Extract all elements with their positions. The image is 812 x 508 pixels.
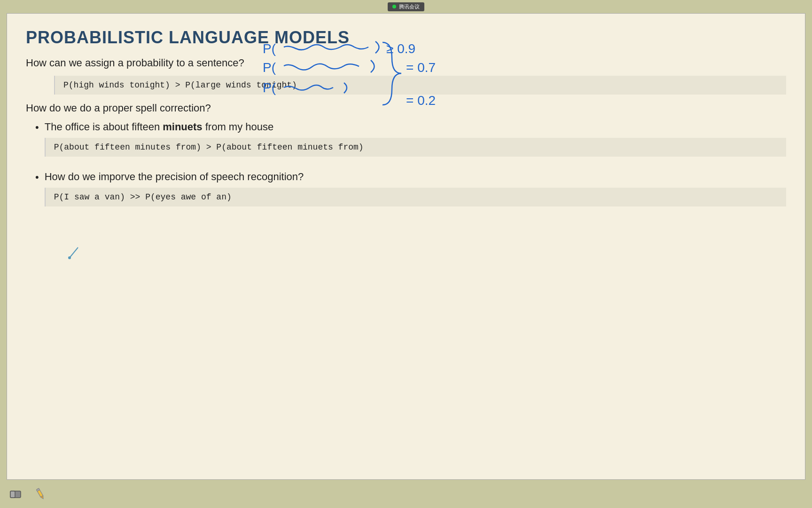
pen-icon [33,486,48,501]
bullet-text-2: How do we imporve the precision of speec… [45,171,786,214]
code-block-1: P(high winds tonight) > P(large winds to… [54,76,786,95]
slide-title: PROBABILISTIC LANGUAGE MODELS [26,28,786,48]
bullet1-before-bold: The office is about fifteen [45,121,163,133]
bullet-text-1: The office is about fifteen minuets from… [45,121,786,164]
eraser-button[interactable] [8,485,24,502]
svg-rect-9 [10,491,15,498]
bullet1-after-bold: from my house [203,121,274,133]
badge-dot [392,5,396,8]
code-block-3: P(I saw a van) >> P(eyes awe of an) [45,188,786,206]
bullet2-text: How do we imporve the precision of speec… [45,171,304,183]
bullet-list: • The office is about fifteen minuets fr… [35,121,786,214]
bullet1-bold: minuets [163,121,202,133]
bottom-toolbar [0,480,812,508]
eraser-icon [8,486,23,501]
slide-container: PROBABILISTIC LANGUAGE MODELS How can we… [7,13,805,480]
question1: How can we assign a probability to a sen… [26,57,786,69]
tencent-meeting-label: 腾讯会议 [399,3,420,10]
bullet-dot-1: • [35,121,39,134]
question2: How do we do a proper spell correction? [26,102,786,114]
bullet-dot-2: • [35,171,39,183]
tencent-meeting-badge: 腾讯会议 [388,2,424,11]
bullet-item-1: • The office is about fifteen minuets fr… [35,121,786,164]
pen-button[interactable] [32,485,49,502]
top-bar: 腾讯会议 [0,0,812,13]
bullet-item-2: • How do we imporve the precision of spe… [35,171,786,214]
code-block-2: P(about fifteen minutes from) > P(about … [45,138,786,157]
